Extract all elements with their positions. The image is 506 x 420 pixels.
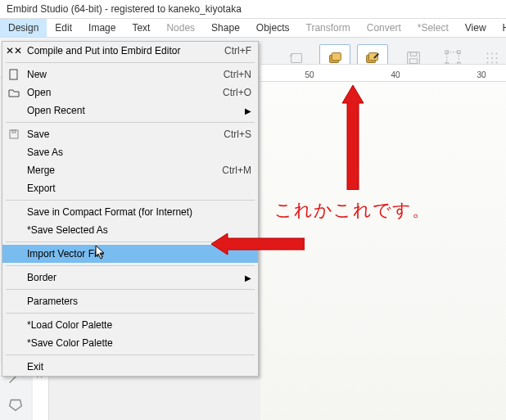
menu-item-save-compact[interactable]: Save in Compact Format (for Internet)	[2, 203, 258, 221]
menu-transform[interactable]: Transform	[298, 19, 359, 37]
svg-point-14	[491, 53, 493, 55]
menu-separator	[6, 355, 255, 355]
menu-separator	[6, 200, 255, 201]
menu-item-new[interactable]: New Ctrl+N	[2, 65, 258, 84]
svg-rect-2	[332, 53, 341, 61]
menu-edit[interactable]: Edit	[47, 19, 80, 37]
menu-separator	[6, 122, 255, 123]
annotation-arrow-left	[211, 232, 305, 256]
menu-objects[interactable]: Objects	[248, 19, 298, 37]
svg-point-17	[491, 57, 493, 59]
svg-point-16	[487, 57, 489, 59]
menu-item-merge[interactable]: Merge Ctrl+M	[2, 161, 258, 179]
menu-item-exit[interactable]: Exit	[2, 358, 258, 376]
svg-rect-6	[410, 52, 416, 56]
svg-rect-9	[445, 51, 449, 54]
menu-item-border[interactable]: Border ▶	[2, 269, 258, 287]
polygon-icon	[7, 395, 25, 413]
menu-separator	[6, 62, 255, 63]
app-window: Embird Studio (64-bit) - registered to k…	[0, 0, 506, 420]
ruler-tick-50: 50	[305, 70, 314, 79]
svg-rect-7	[409, 59, 417, 64]
menu-shape[interactable]: Shape	[203, 19, 248, 37]
menu-separator	[6, 289, 255, 290]
open-folder-icon	[7, 86, 20, 99]
menu-separator	[6, 313, 255, 314]
menu-item-compile[interactable]: ✕✕ Compile and Put into Embird Editor Ct…	[2, 42, 258, 60]
svg-rect-22	[10, 70, 17, 79]
annotation-arrow-up	[341, 85, 365, 190]
submenu-arrow-icon: ▶	[245, 106, 251, 115]
menu-view[interactable]: View	[457, 19, 495, 37]
menu-item-export[interactable]: Export	[2, 179, 258, 197]
compile-icon: ✕✕	[7, 44, 20, 57]
menu-nodes[interactable]: Nodes	[158, 19, 203, 37]
svg-rect-23	[10, 130, 18, 138]
svg-point-15	[496, 53, 498, 55]
ruler-horizontal: 50 40 30	[260, 64, 506, 82]
menu-item-parameters[interactable]: Parameters	[2, 292, 258, 310]
menu-bar: Design Edit Image Text Nodes Shape Objec…	[0, 19, 506, 37]
ruler-tick-30: 30	[477, 70, 486, 79]
svg-point-13	[487, 53, 489, 55]
shape-tool-button[interactable]	[3, 392, 28, 417]
menu-item-load-palette[interactable]: *Load Color Palette	[2, 316, 258, 334]
menu-item-save-as[interactable]: Save As	[2, 143, 258, 161]
save-icon	[7, 128, 20, 141]
design-menu-dropdown: ✕✕ Compile and Put into Embird Editor Ct…	[2, 41, 259, 377]
menu-separator	[6, 265, 255, 266]
menu-item-save-palette[interactable]: *Save Color Palette	[2, 334, 258, 352]
menu-item-open[interactable]: Open Ctrl+O	[2, 84, 258, 102]
annotation-text: これかこれです。	[274, 198, 431, 223]
svg-rect-0	[291, 54, 302, 63]
app-title: Embird Studio (64-bit) - registered to k…	[7, 3, 242, 15]
menu-image[interactable]: Image	[80, 19, 124, 37]
svg-rect-24	[12, 130, 16, 133]
menu-item-save[interactable]: Save Ctrl+S	[2, 125, 258, 143]
submenu-arrow-icon: ▶	[245, 273, 251, 282]
menu-text[interactable]: Text	[124, 19, 158, 37]
ruler-tick-40: 40	[391, 70, 400, 79]
new-file-icon	[7, 68, 20, 81]
title-bar: Embird Studio (64-bit) - registered to k…	[0, 0, 506, 19]
menu-help[interactable]: Help	[495, 19, 506, 37]
menu-convert[interactable]: Convert	[359, 19, 409, 37]
svg-point-18	[496, 57, 498, 59]
menu-design[interactable]: Design	[0, 19, 47, 37]
menu-select[interactable]: *Select	[409, 19, 457, 37]
menu-item-open-recent[interactable]: Open Recent ▶	[2, 102, 258, 120]
